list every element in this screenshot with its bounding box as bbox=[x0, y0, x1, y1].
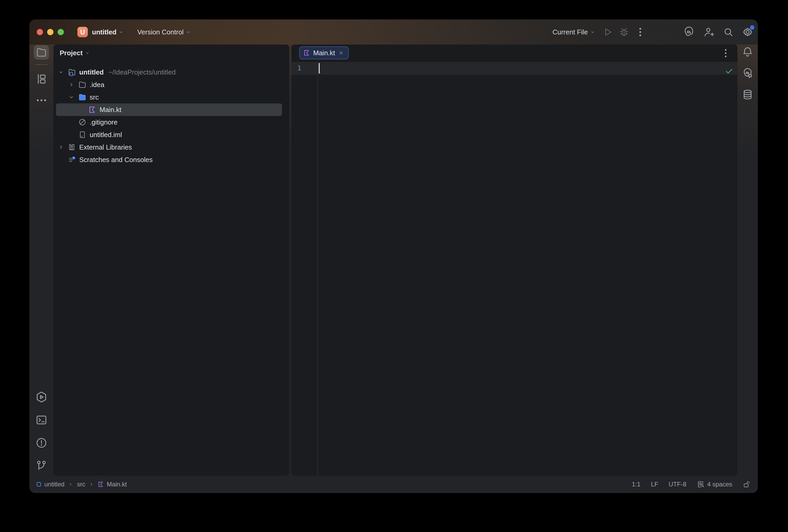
vcs-label: Version Control bbox=[137, 28, 184, 36]
terminal-icon bbox=[35, 414, 48, 426]
rail-divider bbox=[36, 64, 47, 65]
tree-label: untitled.iml bbox=[90, 131, 122, 139]
unlocked-icon bbox=[743, 480, 750, 488]
search-icon[interactable] bbox=[722, 26, 734, 38]
ignored-file-icon bbox=[78, 118, 87, 126]
breadcrumb-root[interactable]: untitled bbox=[36, 481, 64, 488]
breadcrumb-folder[interactable]: src bbox=[77, 481, 85, 488]
more-toolwindows-button[interactable] bbox=[34, 93, 49, 107]
more-icon bbox=[35, 94, 48, 106]
chevron-down-icon bbox=[85, 50, 90, 56]
services-toolwindow-button[interactable] bbox=[34, 390, 49, 405]
tree-row-project-root[interactable]: untitled ~/IdeaProjects/untitled bbox=[56, 66, 282, 78]
terminal-toolwindow-button[interactable] bbox=[34, 413, 49, 427]
run-configuration-widget[interactable]: Current File bbox=[552, 28, 595, 36]
inspections-ok-icon[interactable] bbox=[724, 66, 734, 76]
close-tab-icon[interactable] bbox=[338, 50, 344, 56]
project-root-folder-icon bbox=[67, 68, 76, 77]
tree-row-scratches[interactable]: Scratches and Consoles bbox=[56, 154, 282, 166]
module-icon bbox=[36, 481, 42, 487]
database-toolwindow-button[interactable] bbox=[742, 88, 754, 101]
chevron-down-icon bbox=[590, 29, 595, 35]
chevron-right-icon[interactable] bbox=[68, 81, 78, 88]
chevron-down-icon bbox=[119, 29, 124, 35]
settings-gear-icon[interactable] bbox=[742, 26, 754, 38]
file-lock-widget[interactable] bbox=[743, 480, 750, 488]
line-number[interactable]: 1 bbox=[291, 62, 301, 75]
folder-icon bbox=[36, 47, 47, 58]
bell-icon bbox=[742, 46, 754, 58]
tab-main-kt[interactable]: Main.kt bbox=[299, 46, 349, 59]
encoding-widget[interactable]: UTF-8 bbox=[669, 481, 686, 488]
editor-body[interactable]: 1 bbox=[291, 62, 737, 475]
commit-icon bbox=[35, 73, 48, 85]
breadcrumb-label: src bbox=[77, 481, 85, 488]
add-user-icon[interactable] bbox=[703, 26, 714, 38]
project-badge: U bbox=[77, 27, 88, 37]
tree-label: External Libraries bbox=[79, 143, 132, 151]
zoom-window-button[interactable] bbox=[58, 29, 64, 35]
run-icon[interactable] bbox=[602, 26, 613, 38]
tree-row-external-libraries[interactable]: External Libraries bbox=[56, 141, 282, 154]
caret-position-widget[interactable]: 1:1 bbox=[632, 481, 641, 488]
right-toolbar bbox=[737, 44, 758, 476]
editor-options-kebab-icon[interactable] bbox=[720, 47, 732, 59]
tree-row-idea[interactable]: .idea bbox=[56, 78, 282, 91]
settings-notification-dot bbox=[750, 25, 754, 30]
breadcrumb-label: Main.kt bbox=[106, 481, 127, 488]
chevron-down-icon bbox=[186, 29, 191, 35]
git-branch-icon bbox=[35, 459, 48, 472]
tree-row-gitignore[interactable]: .gitignore bbox=[56, 116, 282, 129]
tree-row-src[interactable]: src bbox=[56, 91, 282, 103]
project-view-title: Project bbox=[60, 49, 83, 57]
minimize-window-button[interactable] bbox=[47, 29, 54, 35]
tree-label: Main.kt bbox=[100, 106, 121, 114]
tree-row-untitled-iml[interactable]: untitled.iml bbox=[56, 129, 282, 141]
editor: Main.kt 1 bbox=[291, 44, 737, 476]
traffic-lights bbox=[37, 29, 64, 35]
chevron-right-icon bbox=[89, 482, 94, 487]
tree-label: .idea bbox=[90, 81, 104, 89]
kotlin-file-icon bbox=[88, 105, 97, 114]
breadcrumb-file[interactable]: Main.kt bbox=[98, 481, 127, 488]
titlebar-right-actions: Current File bbox=[552, 20, 758, 44]
chevron-right-icon[interactable] bbox=[58, 144, 67, 151]
main-area: Project bbox=[29, 44, 758, 476]
ai-assistant-toolwindow-button[interactable] bbox=[742, 67, 754, 79]
text-caret bbox=[319, 63, 320, 74]
status-bar: untitled src bbox=[29, 476, 758, 493]
line-separator-widget[interactable]: LF bbox=[651, 481, 658, 488]
tree-path-hint: ~/IdeaProjects/untitled bbox=[109, 68, 176, 76]
editor-tab-bar: Main.kt bbox=[291, 44, 737, 62]
vcs-widget[interactable]: Version Control bbox=[137, 28, 191, 36]
chevron-down-icon[interactable] bbox=[58, 69, 67, 76]
git-toolwindow-button[interactable] bbox=[34, 458, 49, 473]
project-widget[interactable]: U untitled bbox=[77, 27, 124, 37]
module-file-icon bbox=[78, 130, 87, 139]
ai-assistant-icon[interactable] bbox=[683, 26, 695, 38]
problems-toolwindow-button[interactable] bbox=[34, 436, 49, 450]
libraries-icon bbox=[67, 143, 76, 152]
project-toolwindow-button[interactable] bbox=[34, 45, 49, 60]
commit-toolwindow-button[interactable] bbox=[34, 72, 49, 86]
project-view-header[interactable]: Project bbox=[54, 44, 90, 61]
scratches-icon bbox=[67, 155, 76, 164]
gutter-separator bbox=[317, 62, 318, 475]
tree-label: src bbox=[90, 93, 99, 101]
kotlin-file-icon bbox=[303, 50, 310, 56]
indent-label: 4 spaces bbox=[707, 481, 732, 488]
project-name: untitled bbox=[92, 28, 117, 36]
kotlin-file-icon bbox=[98, 481, 104, 488]
kebab-icon[interactable] bbox=[634, 26, 646, 38]
tree-label: Scratches and Consoles bbox=[79, 156, 153, 164]
close-window-button[interactable] bbox=[37, 29, 43, 35]
notifications-button[interactable] bbox=[742, 46, 754, 58]
indent-widget[interactable]: 4 spaces bbox=[697, 480, 732, 488]
run-configuration-label: Current File bbox=[552, 28, 588, 36]
debug-icon[interactable] bbox=[618, 26, 630, 38]
chevron-right-icon bbox=[68, 482, 73, 487]
source-folder-icon bbox=[78, 93, 87, 102]
ide-window: U untitled Version Control Current File bbox=[29, 20, 758, 493]
chevron-down-icon[interactable] bbox=[68, 94, 78, 101]
tree-row-main-kt[interactable]: Main.kt bbox=[56, 103, 282, 116]
